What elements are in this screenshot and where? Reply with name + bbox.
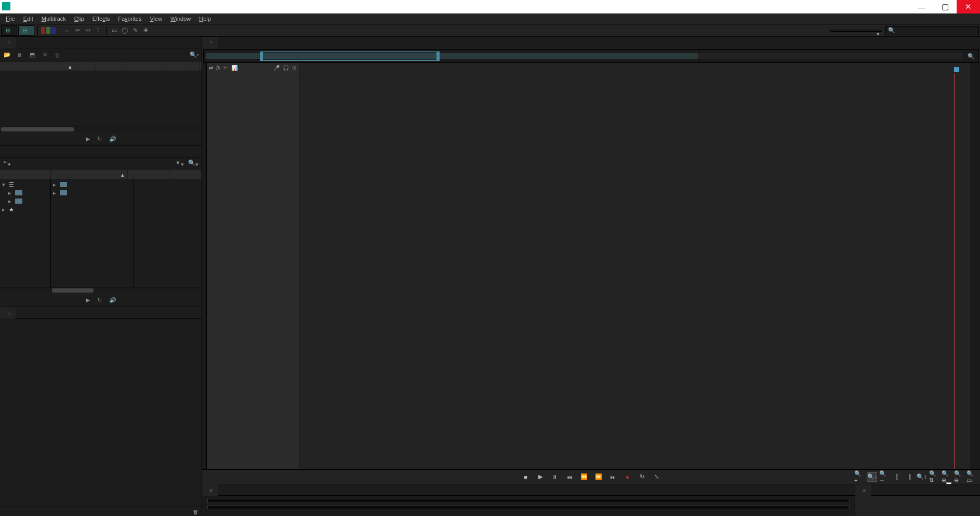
zoom-out-amp-icon[interactable]: 🔍⇅ xyxy=(929,472,939,482)
mb-filter-icon[interactable]: ▼▾ xyxy=(175,160,184,168)
multitrack-icon: ⊟ xyxy=(23,27,28,34)
toolbar: ⊞ ⊟ ↔ ✂ ⇔ 𝙸 ▭ ◯ ✎ ✚ 🔍 xyxy=(0,24,980,37)
waveform-toggle[interactable]: ⊞ xyxy=(1,25,17,36)
menu-help[interactable]: Help xyxy=(195,14,215,24)
menubar: File Edit Multitrack Clip Effects Favori… xyxy=(0,14,980,24)
th-mic-icon[interactable]: 🎤 xyxy=(273,65,280,71)
open-file-icon[interactable]: 📂 xyxy=(3,51,11,59)
mb-loop-icon[interactable]: ↻ xyxy=(97,297,102,303)
app-icon xyxy=(2,2,10,10)
marquee-tool-icon[interactable]: ▭ xyxy=(110,26,119,35)
th-monitor-icon[interactable]: 🎧 xyxy=(283,65,289,71)
zoom-in-all-icon[interactable]: 🔍⊕ xyxy=(942,472,952,482)
mb-col-media[interactable] xyxy=(169,170,202,179)
tab-selection-view[interactable]: ≡ xyxy=(855,484,871,496)
waveform-icon: ⊞ xyxy=(6,27,10,34)
tab-history[interactable]: ≡ xyxy=(0,307,16,319)
mb-tree-system[interactable]: ▸ xyxy=(0,189,50,197)
menu-view[interactable]: View xyxy=(145,14,166,24)
th-route-icon[interactable]: ⇄ xyxy=(209,65,213,71)
mb-tree-shortcuts[interactable]: ▸★ xyxy=(0,205,50,214)
files-header[interactable]: ▴ xyxy=(0,62,202,71)
rewind-button[interactable]: ⏪ xyxy=(579,472,589,482)
menu-edit[interactable]: Edit xyxy=(19,14,37,24)
zoom-sel-in-icon[interactable]: ⟦ xyxy=(892,472,902,482)
tab-levels[interactable]: ≡ xyxy=(202,484,218,496)
files-play-icon[interactable]: ▶ xyxy=(86,136,90,142)
new-file-icon[interactable]: 🗎 xyxy=(16,51,24,59)
tab-mixer[interactable] xyxy=(218,37,228,48)
razor-tool-icon[interactable]: ✂ xyxy=(73,26,82,35)
slip-tool-icon[interactable]: ⇔ xyxy=(83,26,92,35)
mb-autoplay-icon[interactable]: 🔊 xyxy=(109,297,116,303)
go-start-button[interactable]: ⏮ xyxy=(565,472,574,482)
minimize-button[interactable]: — xyxy=(910,0,933,14)
menu-file[interactable]: File xyxy=(2,14,19,24)
lasso-tool-icon[interactable]: ◯ xyxy=(120,26,129,35)
play-button[interactable]: ▶ xyxy=(536,472,545,482)
import-icon[interactable]: ⬒ xyxy=(28,51,36,59)
go-end-button[interactable]: ⏭ xyxy=(608,472,618,482)
maximize-button[interactable]: ▢ xyxy=(933,0,957,14)
forward-button[interactable]: ⏩ xyxy=(594,472,603,482)
th-eq-icon[interactable]: 📊 xyxy=(231,65,237,71)
files-search-icon[interactable]: 🔍▾ xyxy=(190,51,198,59)
record-button[interactable]: ● xyxy=(623,472,632,482)
history-trash-icon[interactable]: 🗑 xyxy=(193,509,198,515)
tab-editor[interactable]: ≡ xyxy=(202,37,218,48)
zoom-full-icon[interactable]: 🔍 xyxy=(966,51,976,61)
th-fx-icon[interactable]: fx xyxy=(216,65,220,71)
stop-button[interactable]: ■ xyxy=(521,472,531,482)
mb-col-duration[interactable] xyxy=(128,170,169,179)
titlebar: — ▢ ✕ xyxy=(0,0,980,14)
end-marker-icon[interactable] xyxy=(954,67,959,72)
tab-files[interactable]: ≡ xyxy=(0,37,16,48)
search-help[interactable]: 🔍 xyxy=(885,26,979,35)
track-header-tools: ⇄ fx ⊢ 📊 🎤 🎧 ◷ xyxy=(207,63,299,73)
skip-selection-button[interactable]: ⤡ xyxy=(652,472,661,482)
hud-colors xyxy=(41,27,56,34)
zoom-in-amp-icon[interactable]: 🔍↕ xyxy=(917,472,927,482)
playhead[interactable] xyxy=(954,73,955,469)
close-button[interactable]: ✕ xyxy=(957,0,980,14)
trash-icon[interactable]: 🗑 xyxy=(53,51,61,59)
th-metronome-icon[interactable]: ◷ xyxy=(292,65,297,71)
time-select-tool-icon[interactable]: 𝙸 xyxy=(94,26,103,35)
mb-col-name[interactable]: ▴ xyxy=(51,170,128,179)
mb-search-icon[interactable]: 🔍▾ xyxy=(188,160,198,168)
tab-favorites[interactable] xyxy=(16,37,26,48)
mb-up-icon[interactable]: ⬑▾ xyxy=(3,160,11,168)
files-autoplay-icon[interactable]: 🔊 xyxy=(109,136,116,142)
move-tool-icon[interactable]: ↔ xyxy=(62,26,72,35)
mb-drive-data[interactable]: ▸ xyxy=(51,180,134,189)
mb-play-icon[interactable]: ▶ xyxy=(86,297,90,303)
close-file-icon[interactable]: ✖ xyxy=(41,51,49,59)
pause-button[interactable]: ⏸ xyxy=(550,472,560,482)
zoom-sel-out-icon[interactable]: ⟧ xyxy=(904,472,915,482)
menu-multitrack[interactable]: Multitrack xyxy=(37,14,70,24)
menu-window[interactable]: Window xyxy=(166,14,195,24)
zoom-out-time-icon[interactable]: 🔍- xyxy=(867,472,877,482)
zoom-in-time-icon[interactable]: 🔍+ xyxy=(854,472,865,482)
multitrack-toggle[interactable]: ⊟ xyxy=(18,25,34,36)
heal-tool-icon[interactable]: ✚ xyxy=(141,26,150,35)
nav-overview[interactable]: 🔍 xyxy=(203,49,979,63)
files-loop-icon[interactable]: ↻ xyxy=(97,136,102,142)
zoom-reset-icon[interactable]: 🔍↔ xyxy=(879,472,890,482)
zoom-out-all-icon[interactable]: 🔍⊖ xyxy=(954,472,964,482)
tab-video[interactable] xyxy=(16,307,26,319)
menu-clip[interactable]: Clip xyxy=(70,14,88,24)
mb-drive-system[interactable]: ▸ xyxy=(51,189,134,197)
mb-tree-data[interactable]: ▸ xyxy=(0,197,50,205)
th-send-icon[interactable]: ⊢ xyxy=(223,65,228,71)
loop-button[interactable]: ↻ xyxy=(638,472,647,482)
timeline-ruler[interactable] xyxy=(299,63,971,73)
brush-tool-icon[interactable]: ✎ xyxy=(130,26,140,35)
workspace-select[interactable] xyxy=(830,30,882,32)
zoom-full-icon2[interactable]: 🔍▭ xyxy=(966,472,977,482)
mb-tree-drives[interactable]: ▾☰ xyxy=(0,180,50,189)
search-input[interactable] xyxy=(897,28,976,34)
menu-favorites[interactable]: Favorites xyxy=(114,14,145,24)
mb-col-name-left[interactable] xyxy=(0,170,51,179)
menu-effects[interactable]: Effects xyxy=(88,14,114,24)
